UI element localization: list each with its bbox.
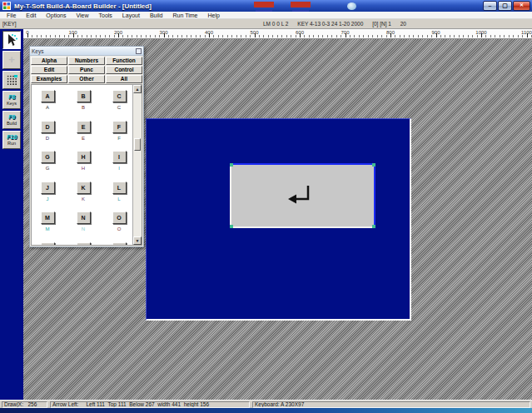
key-category-buttons: AlphaNumbersFunctionEditPuncControlExamp… — [30, 56, 143, 84]
board-key-enter[interactable] — [230, 163, 375, 228]
scroll-up-arrow-icon[interactable]: ▲ — [133, 85, 142, 93]
select-tool-button[interactable] — [2, 31, 21, 49]
status-cell-1: Arrow Left: Left 111 Top 111 Below 267 w… — [50, 401, 250, 408]
key-item-b[interactable]: BB — [69, 90, 97, 110]
key-caption: D — [33, 136, 62, 141]
key-item-q[interactable]: QQ — [69, 242, 97, 246]
key-caption: C — [105, 105, 133, 110]
key-item-d[interactable]: DD — [33, 121, 62, 141]
category-control-button[interactable]: Control — [106, 66, 142, 74]
menu-options[interactable]: Options — [41, 12, 71, 19]
keys-tool-button[interactable]: F8Keys — [2, 91, 21, 109]
menu-view[interactable]: View — [71, 12, 93, 19]
key-button[interactable]: G — [41, 151, 55, 163]
key-item-l[interactable]: LL — [105, 182, 133, 202]
keyboard-board[interactable] — [146, 118, 411, 321]
key-item-n[interactable]: NN — [69, 211, 97, 231]
key-item-e[interactable]: EE — [69, 121, 97, 141]
minimize-button[interactable]: – — [483, 1, 497, 11]
maximize-button[interactable]: ▢ — [498, 1, 512, 11]
menu-help[interactable]: Help — [202, 12, 224, 19]
key-item-o[interactable]: OO — [105, 211, 133, 231]
grid-dots-icon — [7, 75, 17, 86]
category-all-button[interactable]: All — [106, 75, 142, 83]
keys-palette-titlebar[interactable]: Keys — [30, 47, 143, 56]
key-button[interactable]: J — [41, 182, 55, 194]
scroll-down-arrow-icon[interactable]: ▼ — [133, 236, 142, 245]
run-tool-fkey-icon: F10 — [7, 134, 17, 141]
key-item-h[interactable]: HH — [69, 151, 97, 171]
key-button[interactable]: P — [41, 242, 55, 246]
grid-tool-button[interactable] — [2, 71, 21, 89]
key-item-c[interactable]: CC — [105, 90, 133, 110]
keys-list-scrollbar[interactable]: ▲ ▼ — [132, 85, 142, 245]
menu-tools[interactable]: Tools — [94, 12, 117, 19]
key-button[interactable]: B — [77, 90, 91, 102]
key-button[interactable]: K — [77, 182, 91, 194]
key-item-m[interactable]: MM — [33, 211, 62, 231]
key-item-r[interactable]: RR — [105, 242, 133, 246]
category-examples-button[interactable]: Examples — [31, 75, 67, 83]
close-button[interactable]: ✕ — [513, 1, 530, 11]
menu-layout[interactable]: Layout — [117, 12, 145, 19]
menu-file[interactable]: File — [2, 12, 21, 19]
keys-tool-fkey-icon: F8 — [8, 94, 15, 101]
category-alpha-button[interactable]: Alpha — [31, 57, 67, 65]
key-button[interactable]: A — [41, 90, 55, 102]
category-other-button[interactable]: Other — [68, 75, 105, 83]
palette-close-box[interactable] — [136, 48, 142, 54]
key-button[interactable]: D — [41, 121, 55, 133]
ruler-tick — [527, 33, 528, 37]
key-item-a[interactable]: AA — [33, 90, 62, 110]
key-item-g[interactable]: GG — [33, 151, 62, 171]
key-button[interactable]: L — [112, 182, 127, 194]
scrollbar-thumb[interactable] — [134, 138, 141, 151]
key-button[interactable]: C — [112, 90, 127, 102]
key-item-i[interactable]: II — [105, 151, 133, 171]
ruler-tick — [436, 33, 437, 37]
key-button[interactable]: R — [112, 242, 127, 246]
ruler-tick — [209, 33, 210, 37]
key-button[interactable]: H — [77, 151, 91, 163]
resize-handle-top-left[interactable] — [230, 163, 233, 167]
category-numbers-button[interactable]: Numbers — [68, 57, 105, 65]
key-caption: A — [33, 105, 62, 110]
build-tool-label: Build — [7, 121, 17, 126]
ruler-tick — [27, 33, 28, 37]
ruler-tick — [346, 33, 346, 37]
menu-build[interactable]: Build — [145, 12, 168, 19]
key-button[interactable]: Q — [77, 242, 91, 246]
ruler-minor-ticks — [27, 35, 532, 37]
window-bottom-border — [0, 408, 532, 413]
category-edit-button[interactable]: Edit — [31, 66, 67, 74]
resize-handle-bottom-right[interactable] — [372, 225, 375, 228]
resize-handle-top-right[interactable] — [372, 163, 375, 167]
crosshair-tool-button[interactable]: + — [2, 51, 21, 69]
key-item-k[interactable]: KK — [69, 182, 97, 202]
key-caption: N — [69, 226, 97, 231]
key-button[interactable]: M — [41, 211, 55, 224]
key-button[interactable]: N — [77, 211, 91, 224]
key-item-p[interactable]: PP — [33, 242, 62, 246]
key-button[interactable]: O — [112, 211, 127, 224]
key-item-j[interactable]: JJ — [33, 182, 62, 202]
ruler-tick — [164, 33, 165, 37]
run-tool-label: Run — [7, 141, 16, 146]
category-function-button[interactable]: Function — [106, 57, 142, 65]
run-tool-button[interactable]: F10Run — [2, 131, 21, 149]
key-button[interactable]: I — [112, 151, 127, 163]
category-punc-button[interactable]: Punc — [68, 66, 105, 74]
keys-palette-window: Keys AlphaNumbersFunctionEditPuncControl… — [29, 46, 144, 247]
key-item-f[interactable]: FF — [105, 121, 133, 141]
key-caption: L — [105, 197, 133, 202]
key-caption: G — [33, 166, 62, 171]
menu-edit[interactable]: Edit — [21, 12, 41, 19]
menu-run-time[interactable]: Run Time — [167, 12, 202, 19]
cursor-arrow-icon — [6, 33, 17, 47]
ruler-tick — [255, 33, 256, 37]
crosshair-icon: + — [8, 55, 15, 65]
key-button[interactable]: E — [77, 121, 91, 133]
build-tool-button[interactable]: F9Build — [2, 111, 21, 129]
resize-handle-bottom-left[interactable] — [230, 225, 233, 228]
key-button[interactable]: F — [112, 121, 127, 133]
